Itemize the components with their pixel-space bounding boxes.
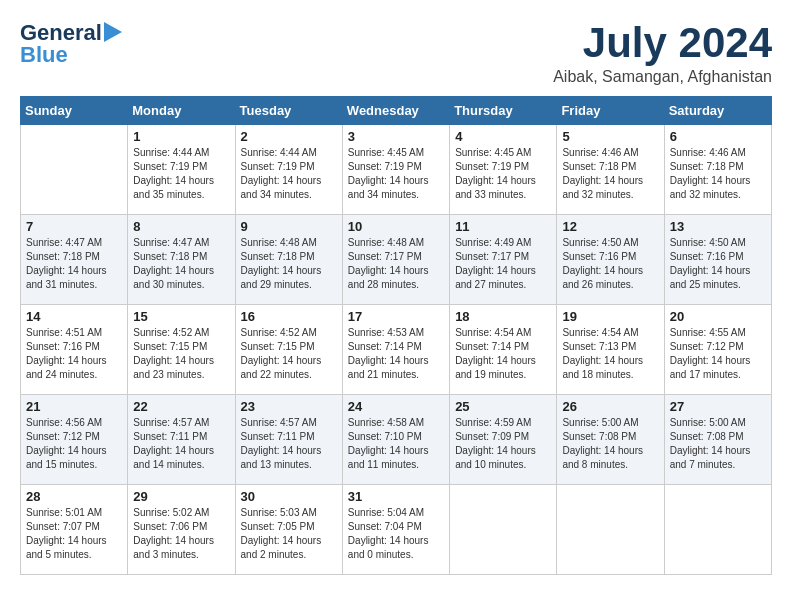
day-number: 15 <box>133 309 229 324</box>
day-number: 5 <box>562 129 658 144</box>
calendar-header-row: Sunday Monday Tuesday Wednesday Thursday… <box>21 97 772 125</box>
col-sunday: Sunday <box>21 97 128 125</box>
day-info: Sunrise: 4:54 AM Sunset: 7:13 PM Dayligh… <box>562 326 658 382</box>
day-number: 19 <box>562 309 658 324</box>
day-info: Sunrise: 4:59 AM Sunset: 7:09 PM Dayligh… <box>455 416 551 472</box>
day-number: 13 <box>670 219 766 234</box>
calendar-table: Sunday Monday Tuesday Wednesday Thursday… <box>20 96 772 575</box>
calendar-day-cell: 8Sunrise: 4:47 AM Sunset: 7:18 PM Daylig… <box>128 215 235 305</box>
calendar-day-cell: 31Sunrise: 5:04 AM Sunset: 7:04 PM Dayli… <box>342 485 449 575</box>
calendar-day-cell <box>664 485 771 575</box>
day-number: 16 <box>241 309 337 324</box>
calendar-week-row: 1Sunrise: 4:44 AM Sunset: 7:19 PM Daylig… <box>21 125 772 215</box>
title-section: July 2024 Aibak, Samangan, Afghanistan <box>553 20 772 86</box>
day-info: Sunrise: 5:04 AM Sunset: 7:04 PM Dayligh… <box>348 506 444 562</box>
day-number: 24 <box>348 399 444 414</box>
day-info: Sunrise: 4:50 AM Sunset: 7:16 PM Dayligh… <box>670 236 766 292</box>
calendar-day-cell: 6Sunrise: 4:46 AM Sunset: 7:18 PM Daylig… <box>664 125 771 215</box>
day-number: 27 <box>670 399 766 414</box>
day-number: 26 <box>562 399 658 414</box>
day-info: Sunrise: 5:01 AM Sunset: 7:07 PM Dayligh… <box>26 506 122 562</box>
calendar-day-cell: 1Sunrise: 4:44 AM Sunset: 7:19 PM Daylig… <box>128 125 235 215</box>
calendar-day-cell: 29Sunrise: 5:02 AM Sunset: 7:06 PM Dayli… <box>128 485 235 575</box>
calendar-day-cell: 10Sunrise: 4:48 AM Sunset: 7:17 PM Dayli… <box>342 215 449 305</box>
location-subtitle: Aibak, Samangan, Afghanistan <box>553 68 772 86</box>
calendar-day-cell: 25Sunrise: 4:59 AM Sunset: 7:09 PM Dayli… <box>450 395 557 485</box>
calendar-day-cell <box>557 485 664 575</box>
day-info: Sunrise: 5:00 AM Sunset: 7:08 PM Dayligh… <box>670 416 766 472</box>
calendar-day-cell: 7Sunrise: 4:47 AM Sunset: 7:18 PM Daylig… <box>21 215 128 305</box>
day-number: 11 <box>455 219 551 234</box>
col-monday: Monday <box>128 97 235 125</box>
calendar-week-row: 21Sunrise: 4:56 AM Sunset: 7:12 PM Dayli… <box>21 395 772 485</box>
calendar-week-row: 28Sunrise: 5:01 AM Sunset: 7:07 PM Dayli… <box>21 485 772 575</box>
day-info: Sunrise: 4:54 AM Sunset: 7:14 PM Dayligh… <box>455 326 551 382</box>
calendar-day-cell: 23Sunrise: 4:57 AM Sunset: 7:11 PM Dayli… <box>235 395 342 485</box>
calendar-day-cell: 26Sunrise: 5:00 AM Sunset: 7:08 PM Dayli… <box>557 395 664 485</box>
calendar-day-cell: 14Sunrise: 4:51 AM Sunset: 7:16 PM Dayli… <box>21 305 128 395</box>
page-header: General Blue July 2024 Aibak, Samangan, … <box>20 20 772 86</box>
day-number: 9 <box>241 219 337 234</box>
day-info: Sunrise: 4:49 AM Sunset: 7:17 PM Dayligh… <box>455 236 551 292</box>
calendar-day-cell: 20Sunrise: 4:55 AM Sunset: 7:12 PM Dayli… <box>664 305 771 395</box>
day-info: Sunrise: 4:44 AM Sunset: 7:19 PM Dayligh… <box>133 146 229 202</box>
day-info: Sunrise: 4:47 AM Sunset: 7:18 PM Dayligh… <box>26 236 122 292</box>
calendar-day-cell: 27Sunrise: 5:00 AM Sunset: 7:08 PM Dayli… <box>664 395 771 485</box>
day-info: Sunrise: 4:48 AM Sunset: 7:18 PM Dayligh… <box>241 236 337 292</box>
day-info: Sunrise: 4:46 AM Sunset: 7:18 PM Dayligh… <box>670 146 766 202</box>
day-info: Sunrise: 4:57 AM Sunset: 7:11 PM Dayligh… <box>133 416 229 472</box>
day-info: Sunrise: 5:03 AM Sunset: 7:05 PM Dayligh… <box>241 506 337 562</box>
calendar-day-cell: 15Sunrise: 4:52 AM Sunset: 7:15 PM Dayli… <box>128 305 235 395</box>
logo-blue: Blue <box>20 42 68 68</box>
col-tuesday: Tuesday <box>235 97 342 125</box>
calendar-day-cell: 22Sunrise: 4:57 AM Sunset: 7:11 PM Dayli… <box>128 395 235 485</box>
day-number: 14 <box>26 309 122 324</box>
day-number: 20 <box>670 309 766 324</box>
calendar-day-cell: 3Sunrise: 4:45 AM Sunset: 7:19 PM Daylig… <box>342 125 449 215</box>
calendar-week-row: 14Sunrise: 4:51 AM Sunset: 7:16 PM Dayli… <box>21 305 772 395</box>
day-number: 22 <box>133 399 229 414</box>
day-info: Sunrise: 4:51 AM Sunset: 7:16 PM Dayligh… <box>26 326 122 382</box>
logo-arrow-icon <box>104 22 122 42</box>
calendar-day-cell <box>450 485 557 575</box>
day-number: 25 <box>455 399 551 414</box>
day-number: 31 <box>348 489 444 504</box>
col-friday: Friday <box>557 97 664 125</box>
day-number: 21 <box>26 399 122 414</box>
calendar-day-cell: 9Sunrise: 4:48 AM Sunset: 7:18 PM Daylig… <box>235 215 342 305</box>
calendar-day-cell: 16Sunrise: 4:52 AM Sunset: 7:15 PM Dayli… <box>235 305 342 395</box>
day-number: 23 <box>241 399 337 414</box>
day-number: 30 <box>241 489 337 504</box>
day-info: Sunrise: 4:50 AM Sunset: 7:16 PM Dayligh… <box>562 236 658 292</box>
day-number: 18 <box>455 309 551 324</box>
day-number: 8 <box>133 219 229 234</box>
day-info: Sunrise: 4:58 AM Sunset: 7:10 PM Dayligh… <box>348 416 444 472</box>
day-info: Sunrise: 4:57 AM Sunset: 7:11 PM Dayligh… <box>241 416 337 472</box>
day-info: Sunrise: 4:48 AM Sunset: 7:17 PM Dayligh… <box>348 236 444 292</box>
calendar-day-cell: 4Sunrise: 4:45 AM Sunset: 7:19 PM Daylig… <box>450 125 557 215</box>
calendar-day-cell: 24Sunrise: 4:58 AM Sunset: 7:10 PM Dayli… <box>342 395 449 485</box>
calendar-day-cell: 2Sunrise: 4:44 AM Sunset: 7:19 PM Daylig… <box>235 125 342 215</box>
col-saturday: Saturday <box>664 97 771 125</box>
calendar-day-cell <box>21 125 128 215</box>
svg-marker-0 <box>104 22 122 42</box>
day-number: 28 <box>26 489 122 504</box>
day-info: Sunrise: 4:53 AM Sunset: 7:14 PM Dayligh… <box>348 326 444 382</box>
day-number: 10 <box>348 219 444 234</box>
calendar-day-cell: 12Sunrise: 4:50 AM Sunset: 7:16 PM Dayli… <box>557 215 664 305</box>
day-number: 4 <box>455 129 551 144</box>
day-number: 17 <box>348 309 444 324</box>
day-info: Sunrise: 4:45 AM Sunset: 7:19 PM Dayligh… <box>348 146 444 202</box>
calendar-day-cell: 19Sunrise: 4:54 AM Sunset: 7:13 PM Dayli… <box>557 305 664 395</box>
day-info: Sunrise: 4:52 AM Sunset: 7:15 PM Dayligh… <box>133 326 229 382</box>
day-number: 7 <box>26 219 122 234</box>
calendar-day-cell: 17Sunrise: 4:53 AM Sunset: 7:14 PM Dayli… <box>342 305 449 395</box>
month-year-title: July 2024 <box>553 20 772 66</box>
col-wednesday: Wednesday <box>342 97 449 125</box>
day-info: Sunrise: 5:00 AM Sunset: 7:08 PM Dayligh… <box>562 416 658 472</box>
day-info: Sunrise: 5:02 AM Sunset: 7:06 PM Dayligh… <box>133 506 229 562</box>
day-info: Sunrise: 4:52 AM Sunset: 7:15 PM Dayligh… <box>241 326 337 382</box>
logo: General Blue <box>20 20 122 68</box>
day-info: Sunrise: 4:44 AM Sunset: 7:19 PM Dayligh… <box>241 146 337 202</box>
day-info: Sunrise: 4:46 AM Sunset: 7:18 PM Dayligh… <box>562 146 658 202</box>
